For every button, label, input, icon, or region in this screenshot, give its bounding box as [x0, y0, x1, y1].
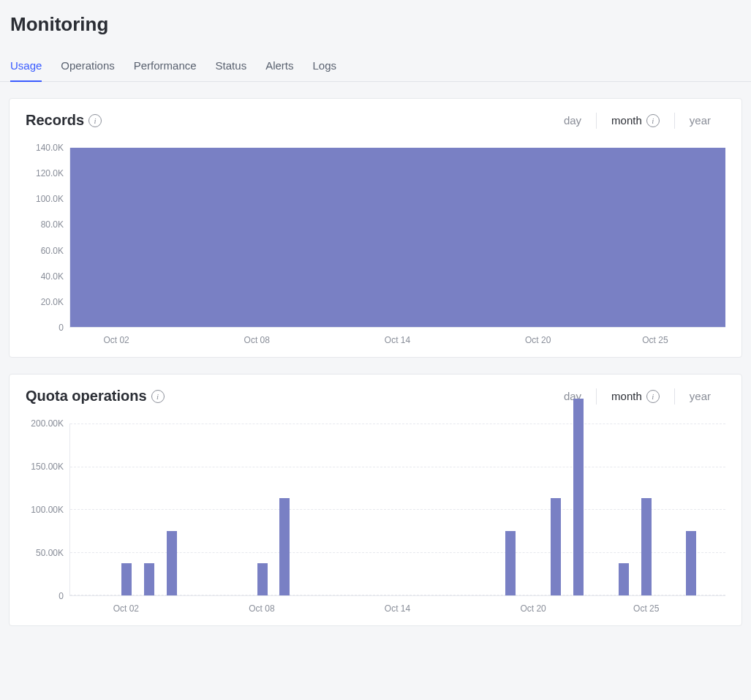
bar[interactable]	[257, 563, 268, 595]
records-chart: 140.0K120.0K100.0K80.0K60.0K40.0K20.0K0	[26, 148, 725, 328]
bar[interactable]	[686, 531, 696, 596]
bar[interactable]	[573, 399, 584, 595]
records-range-picker: day month i year	[549, 113, 725, 129]
range-year[interactable]: year	[675, 114, 725, 127]
range-month[interactable]: month i	[597, 114, 674, 127]
bar[interactable]	[279, 498, 290, 595]
bar[interactable]	[619, 563, 629, 595]
quota-title: Quota operations	[26, 388, 147, 404]
range-day[interactable]: day	[549, 390, 596, 402]
tab-operations[interactable]: Operations	[61, 56, 114, 82]
bar[interactable]	[551, 498, 561, 595]
records-title: Records	[26, 112, 84, 129]
info-icon[interactable]: i	[646, 114, 660, 127]
bar[interactable]	[505, 531, 516, 596]
bar[interactable]	[121, 563, 132, 595]
page-title: Monitoring	[0, 0, 751, 56]
range-day[interactable]: day	[549, 114, 596, 127]
bar[interactable]	[641, 498, 652, 595]
info-icon[interactable]: i	[646, 390, 660, 403]
quota-chart: 200.00K150.00K100.00K50.00K0	[26, 424, 725, 596]
info-icon[interactable]: i	[88, 114, 102, 127]
tabs: Usage Operations Performance Status Aler…	[0, 56, 751, 82]
bar[interactable]	[167, 531, 177, 596]
info-icon[interactable]: i	[151, 390, 165, 403]
tab-status[interactable]: Status	[216, 56, 247, 82]
range-month-label: month	[611, 114, 642, 127]
tab-alerts[interactable]: Alerts	[265, 56, 293, 82]
quota-card: Quota operations i day month i year 200.…	[9, 374, 742, 626]
tab-performance[interactable]: Performance	[134, 56, 197, 82]
records-card: Records i day month i year 140.0K120.0K1…	[9, 98, 742, 358]
range-month-label: month	[611, 390, 642, 402]
tab-logs[interactable]: Logs	[312, 56, 336, 82]
range-year[interactable]: year	[675, 390, 725, 402]
tab-usage[interactable]: Usage	[10, 56, 42, 82]
bar[interactable]	[144, 563, 154, 595]
range-month[interactable]: month i	[597, 390, 674, 403]
